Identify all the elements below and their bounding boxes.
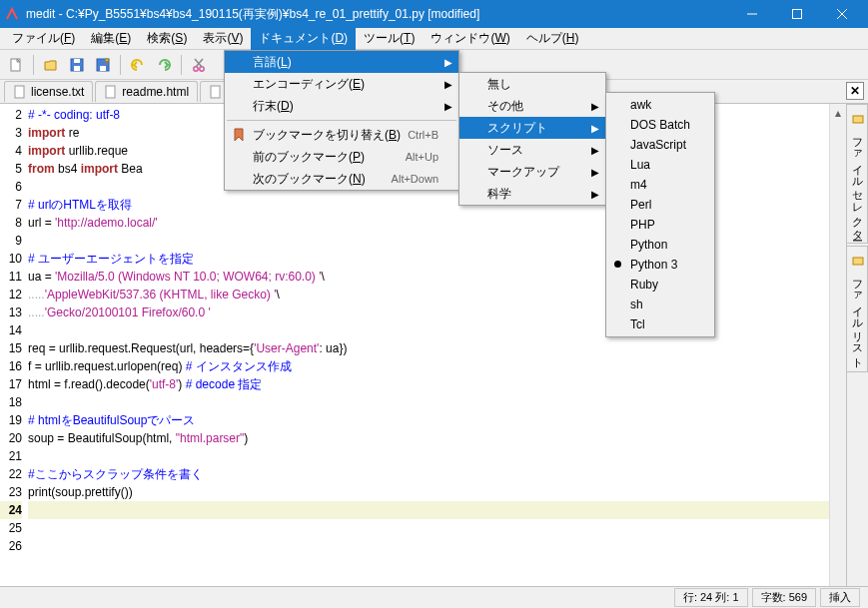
menu-item-label: ブックマークを切り替え(B)	[253, 127, 401, 144]
file-icon	[13, 85, 27, 99]
code-line[interactable]: req = urllib.request.Request(url, header…	[28, 339, 829, 357]
menu-s[interactable]: 検索(S)	[139, 27, 195, 50]
line-number: 14	[0, 321, 22, 339]
line-number: 17	[0, 375, 22, 393]
menu-item[interactable]: 行末(D)▶	[225, 95, 458, 117]
app-icon	[4, 6, 20, 22]
sidebar-tab[interactable]: ファイルセレクター	[847, 104, 868, 244]
code-line[interactable]: html = f.read().decode('utf-8') # decode…	[28, 375, 829, 393]
code-line[interactable]	[28, 519, 829, 537]
cut-button[interactable]	[187, 53, 211, 77]
code-line[interactable]: soup = BeautifulSoup(html, "html.parser"…	[28, 429, 829, 447]
status-mode: 挿入	[820, 588, 860, 607]
menu-item-label: Ruby	[630, 278, 658, 292]
language-option[interactable]: JavaScript	[606, 135, 714, 155]
maximize-button[interactable]	[774, 0, 819, 28]
line-number: 2	[0, 106, 22, 124]
menu-item-label: Lua	[630, 158, 650, 172]
code-line[interactable]	[28, 537, 829, 555]
line-gutter: 2345678910111213141516171819202122232425…	[0, 104, 26, 586]
menu-item[interactable]: スクリプト▶	[459, 117, 605, 139]
file-tab[interactable]: readme.html	[95, 81, 198, 102]
menu-item[interactable]: マークアップ▶	[459, 161, 605, 183]
scroll-up-icon[interactable]: ▴	[830, 104, 846, 121]
menu-item[interactable]: 前のブックマーク(P)Alt+Up	[225, 146, 458, 168]
code-line[interactable]	[28, 393, 829, 411]
tab-close-button[interactable]: ✕	[846, 82, 864, 100]
language-option[interactable]: DOS Batch	[606, 115, 714, 135]
submenu-arrow-icon: ▶	[444, 57, 452, 68]
menu-item-label: 無し	[487, 76, 511, 93]
menu-item-label: awk	[630, 98, 651, 112]
menu-t[interactable]: ツール(T)	[356, 27, 423, 50]
line-number: 10	[0, 250, 22, 268]
shortcut-label: Alt+Up	[406, 151, 438, 163]
line-number: 26	[0, 537, 22, 555]
language-option[interactable]: awk	[606, 95, 714, 115]
language-option[interactable]: Python	[606, 235, 714, 255]
menu-item-label: Python 3	[630, 258, 677, 272]
line-number: 3	[0, 124, 22, 142]
sidebar-tab[interactable]: ファイルリスト	[847, 246, 868, 372]
menu-item-label: JavaScript	[630, 138, 686, 152]
line-number: 22	[0, 465, 22, 483]
submenu-arrow-icon: ▶	[591, 101, 599, 112]
menu-item[interactable]: 無し	[459, 73, 605, 95]
bookmark-icon	[231, 127, 247, 143]
language-option[interactable]: Lua	[606, 155, 714, 175]
code-line[interactable]: print(soup.prettify())	[28, 483, 829, 501]
tab-label: license.txt	[31, 85, 84, 99]
menu-item[interactable]: その他▶	[459, 95, 605, 117]
language-option[interactable]: sh	[606, 295, 714, 314]
save-as-button[interactable]	[91, 53, 115, 77]
svg-rect-15	[106, 86, 115, 98]
menu-item[interactable]: 言語(L)▶	[225, 51, 458, 73]
menu-item-label: DOS Batch	[630, 118, 690, 132]
menu-d[interactable]: ドキュメント(D)	[251, 27, 356, 50]
language-option[interactable]: Tcl	[606, 314, 714, 334]
line-number: 20	[0, 429, 22, 447]
code-line[interactable]	[28, 447, 829, 465]
menu-f[interactable]: ファイル(F)	[4, 27, 83, 50]
code-line[interactable]: f = urllib.request.urlopen(req) # インスタンス…	[28, 357, 829, 375]
menu-item[interactable]: ソース▶	[459, 139, 605, 161]
document-menu-dropdown: 言語(L)▶エンコーディング(E)▶行末(D)▶ブックマークを切り替え(B)Ct…	[224, 50, 459, 191]
minimize-button[interactable]	[729, 0, 774, 28]
undo-button[interactable]	[126, 53, 150, 77]
menu-w[interactable]: ウィンドウ(W)	[423, 27, 517, 50]
code-line[interactable]: #ここからスクラップ条件を書く	[28, 465, 829, 483]
open-button[interactable]	[39, 53, 63, 77]
code-line[interactable]	[28, 501, 829, 519]
shortcut-label: Alt+Down	[392, 173, 438, 185]
menu-h[interactable]: ヘルプ(H)	[518, 27, 587, 50]
right-sidebar: ファイルセレクターファイルリスト	[846, 104, 868, 586]
language-option[interactable]: Ruby	[606, 275, 714, 295]
file-tab[interactable]: license.txt	[4, 81, 93, 102]
svg-point-11	[200, 66, 204, 70]
language-option[interactable]: m4	[606, 175, 714, 195]
menu-e[interactable]: 編集(E)	[83, 27, 139, 50]
redo-button[interactable]	[152, 53, 176, 77]
new-file-button[interactable]	[4, 53, 28, 77]
menu-v[interactable]: 表示(V)	[195, 27, 251, 50]
menu-item-label: 前のブックマーク(P)	[253, 149, 365, 166]
menu-item[interactable]: エンコーディング(E)▶	[225, 73, 458, 95]
line-number: 24	[0, 501, 22, 519]
save-button[interactable]	[65, 53, 89, 77]
line-number: 8	[0, 214, 22, 232]
language-option[interactable]: Python 3	[606, 255, 714, 275]
svg-rect-7	[74, 59, 80, 63]
line-number: 9	[0, 232, 22, 250]
line-number: 16	[0, 357, 22, 375]
line-number: 13	[0, 304, 22, 321]
menu-item[interactable]: ブックマークを切り替え(B)Ctrl+B	[225, 124, 458, 146]
svg-rect-6	[74, 66, 80, 71]
close-button[interactable]	[819, 0, 864, 28]
vertical-scrollbar[interactable]: ▴	[829, 104, 846, 586]
menu-item[interactable]: 科学▶	[459, 183, 605, 205]
language-option[interactable]: Perl	[606, 195, 714, 215]
language-option[interactable]: PHP	[606, 215, 714, 235]
code-line[interactable]: # htmlをBeautifulSoupでパース	[28, 411, 829, 429]
menu-item[interactable]: 次のブックマーク(N)Alt+Down	[225, 168, 458, 190]
menu-item-label: スクリプト	[487, 120, 547, 137]
